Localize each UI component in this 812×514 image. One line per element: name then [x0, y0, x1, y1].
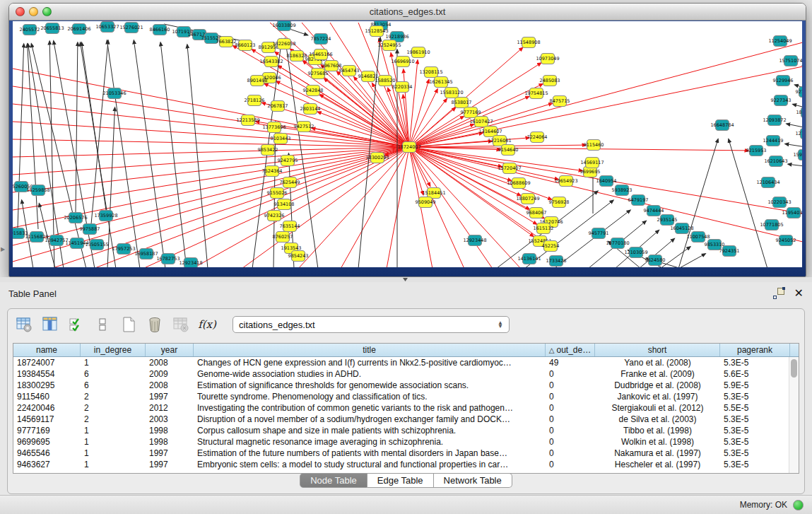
- table-cell[interactable]: 2008: [146, 380, 194, 391]
- table-cell[interactable]: 5.3E-5: [720, 448, 790, 459]
- table-cell[interactable]: 0: [546, 391, 595, 402]
- citation-edge-black[interactable]: [785, 144, 802, 148]
- table-cell[interactable]: 0: [546, 436, 595, 448]
- tab-node-table[interactable]: Node Table: [300, 473, 367, 488]
- table-cell[interactable]: Changes of HCN gene expression and I(f) …: [194, 357, 546, 368]
- citation-edge-red[interactable]: [13, 147, 409, 210]
- table-cell[interactable]: 5.3E-5: [720, 414, 790, 425]
- table-settings-icon[interactable]: [15, 315, 33, 334]
- table-cell[interactable]: 5.3E-5: [720, 459, 790, 470]
- citation-edge-red[interactable]: [143, 147, 409, 267]
- column-header-outde[interactable]: △out_de…: [546, 344, 595, 356]
- column-header-short[interactable]: short: [595, 344, 720, 356]
- citation-edge-red[interactable]: [409, 147, 802, 242]
- tab-network-table[interactable]: Network Table: [434, 473, 512, 488]
- table-cell[interactable]: Corpus callosum shape and size in male p…: [194, 425, 546, 436]
- table-cell[interactable]: 9465546: [13, 448, 81, 459]
- table-cell[interactable]: Tourette syndrome. Phenomenology and cla…: [194, 391, 546, 402]
- table-cell[interactable]: 9777169: [13, 425, 81, 436]
- table-cell[interactable]: 14569117: [13, 414, 81, 425]
- table-cell[interactable]: 5.3E-5: [720, 436, 790, 448]
- table-cell[interactable]: 1: [81, 425, 146, 436]
- table-cell[interactable]: 49: [546, 357, 595, 368]
- table-cell[interactable]: 9699695: [13, 436, 81, 448]
- new-table-icon[interactable]: [119, 315, 138, 334]
- table-cell[interactable]: Estimation of significance thresholds fo…: [194, 380, 546, 391]
- float-panel-icon[interactable]: [773, 288, 784, 299]
- citation-edge-red[interactable]: [409, 99, 447, 147]
- table-cell[interactable]: 1997: [146, 391, 194, 402]
- table-cell[interactable]: 5.5E-5: [720, 402, 790, 414]
- table-row[interactable]: 946554611997Estimation of the future num…: [13, 448, 799, 459]
- citation-edge-red[interactable]: [409, 147, 464, 267]
- table-cell[interactable]: 5.6E-5: [720, 368, 790, 380]
- column-header-year[interactable]: year: [146, 344, 194, 356]
- citation-edge-black[interactable]: [160, 42, 187, 267]
- citation-edge-red[interactable]: [409, 60, 418, 147]
- table-cell[interactable]: 9115460: [13, 391, 81, 402]
- table-cell[interactable]: 2: [81, 402, 146, 414]
- close-panel-icon[interactable]: ✕: [794, 288, 804, 299]
- column-header-indegree[interactable]: in_degree: [81, 344, 146, 356]
- table-cell[interactable]: 6: [81, 380, 146, 391]
- table-cell[interactable]: Estimation of the future numbers of pati…: [194, 448, 546, 459]
- close-window-button[interactable]: [16, 7, 25, 16]
- citation-edge-black[interactable]: [787, 124, 802, 129]
- table-vertical-scrollbar[interactable]: [789, 357, 799, 473]
- citation-edge-red[interactable]: [13, 147, 409, 175]
- import-table-disabled-icon[interactable]: [172, 315, 190, 334]
- table-cell[interactable]: Jankovic et al. (1997): [595, 391, 720, 402]
- table-cell[interactable]: 0: [546, 414, 595, 425]
- table-row[interactable]: 1872400712008Changes of HCN gene express…: [13, 357, 799, 368]
- table-cell[interactable]: 2: [81, 414, 146, 425]
- citation-edge-black[interactable]: [91, 40, 108, 224]
- citation-edge-red[interactable]: [13, 147, 409, 245]
- table-cell[interactable]: 0: [546, 425, 595, 436]
- table-cell[interactable]: Structural magnetic resonance image aver…: [194, 436, 546, 448]
- table-cell[interactable]: 18300295: [13, 380, 81, 391]
- citation-edge-red[interactable]: [51, 147, 409, 267]
- panel-splitter[interactable]: [0, 277, 812, 282]
- table-cell[interactable]: 5.3E-5: [720, 425, 790, 436]
- table-cell[interactable]: 0: [546, 380, 595, 391]
- row-height-icon[interactable]: [93, 315, 112, 334]
- citation-edge-red[interactable]: [409, 116, 464, 147]
- table-row[interactable]: 1938455462009Genome-wide association stu…: [13, 368, 799, 380]
- table-row[interactable]: 969969511998Structural magnetic resonanc…: [13, 436, 799, 448]
- table-cell[interactable]: 1: [81, 357, 146, 368]
- window-titlebar[interactable]: citations_edges.txt: [9, 4, 806, 21]
- table-cell[interactable]: 5.9E-5: [720, 380, 790, 391]
- table-cell[interactable]: Disruption of a novel member of a sodium…: [194, 414, 546, 425]
- column-header-name[interactable]: name: [13, 344, 81, 356]
- table-cell[interactable]: 1: [81, 459, 146, 470]
- table-cell[interactable]: 1997: [146, 459, 194, 470]
- table-cell[interactable]: Embryonic stem cells: a model to study s…: [194, 459, 546, 470]
- citation-edge-red[interactable]: [387, 147, 409, 267]
- splitter-handle-icon[interactable]: [403, 278, 408, 281]
- table-cell[interactable]: 1998: [146, 436, 194, 448]
- citation-edge-red[interactable]: [13, 86, 409, 147]
- table-cell[interactable]: 22420046: [13, 402, 81, 414]
- table-cell[interactable]: 6: [81, 368, 146, 380]
- table-cell[interactable]: 1998: [146, 425, 194, 436]
- network-svg[interactable]: 1872400724055722065581320691406106533271…: [13, 21, 802, 267]
- show-columns-icon[interactable]: [41, 315, 59, 334]
- table-row[interactable]: 911546021997Tourette syndrome. Phenomeno…: [13, 391, 799, 402]
- table-cell[interactable]: 2012: [146, 402, 194, 414]
- table-cell[interactable]: Dudbridge et al. (2008): [595, 380, 720, 391]
- graph-nodes[interactable]: 1872400724055722065581320691406106533271…: [13, 21, 802, 267]
- citation-edge-black[interactable]: [187, 45, 208, 267]
- table-select-combobox[interactable]: citations_edges.txt ▲▼: [233, 316, 510, 333]
- citation-edge-red[interactable]: [298, 147, 409, 267]
- column-header-pagerank[interactable]: pagerank: [720, 344, 790, 356]
- table-cell[interactable]: Wolkin et al. (1998): [595, 436, 720, 448]
- citation-edge-black[interactable]: [18, 44, 24, 228]
- table-cell[interactable]: Yano et al. (2008): [595, 357, 720, 368]
- collapse-panel-arrow-icon[interactable]: ▶: [1, 246, 5, 252]
- table-cell[interactable]: 18724007: [13, 357, 81, 368]
- select-attributes-icon[interactable]: [67, 315, 86, 334]
- function-builder-icon[interactable]: f(x): [198, 315, 216, 334]
- table-cell[interactable]: Investigating the contribution of common…: [194, 402, 546, 414]
- table-cell[interactable]: 19384554: [13, 368, 81, 380]
- column-header-title[interactable]: title: [194, 344, 546, 356]
